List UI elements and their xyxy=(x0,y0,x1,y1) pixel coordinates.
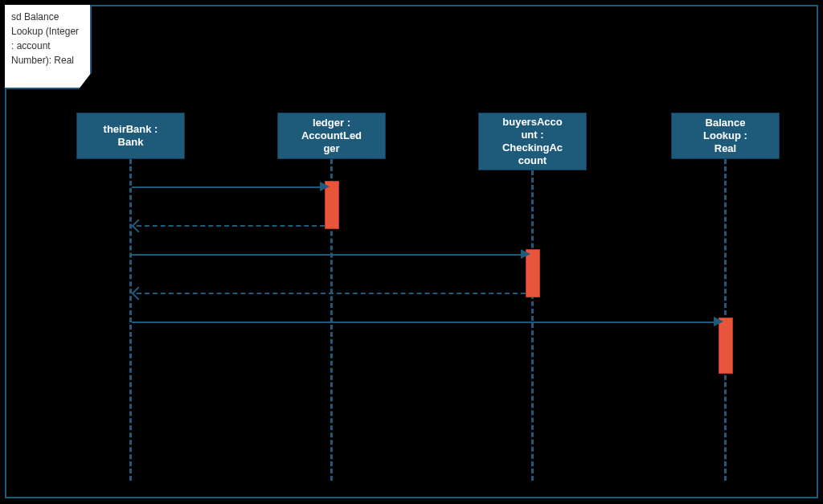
message-bank-to-account xyxy=(132,254,522,256)
arrow-bank-to-account xyxy=(521,249,530,259)
arrow-bank-to-balance xyxy=(714,317,723,326)
message-bank-to-balance xyxy=(132,322,715,323)
lifeline-head-balance: Balance Lookup : Real xyxy=(671,113,780,159)
sequence-frame xyxy=(5,5,818,498)
lifeline-bank-line xyxy=(129,159,132,481)
message-bank-to-ledger xyxy=(132,186,321,188)
return-account-to-bank xyxy=(137,293,526,294)
return-ledger-to-bank xyxy=(137,225,325,227)
lifeline-account-line xyxy=(531,170,534,481)
lifeline-head-bank: theirBank : Bank xyxy=(76,113,185,159)
arrow-bank-to-ledger xyxy=(320,182,330,191)
lifeline-head-ledger: ledger : AccountLed ger xyxy=(277,113,386,159)
lifeline-head-account: buyersAcco unt : CheckingAc count xyxy=(478,113,587,170)
frame-title-label: sd Balance Lookup (Integer : account Num… xyxy=(5,5,92,89)
